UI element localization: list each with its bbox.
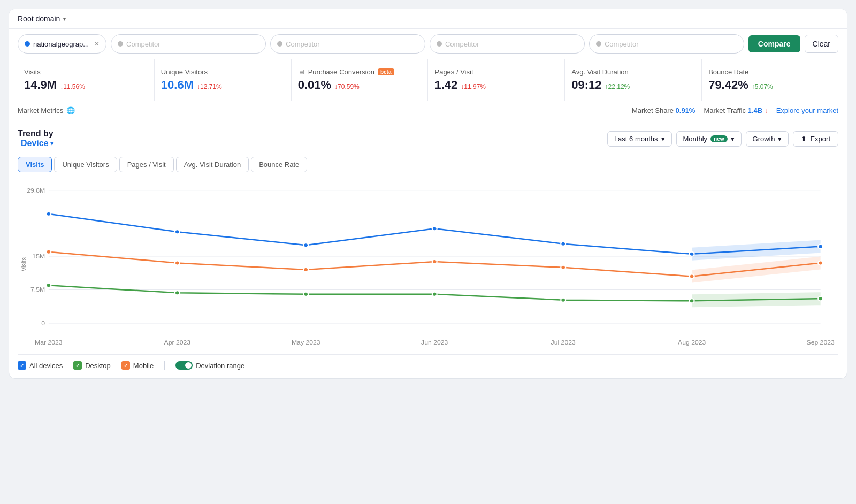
competitor-input-2[interactable]: Competitor <box>270 34 425 54</box>
mobile-label: Mobile <box>133 362 154 370</box>
chart-area: 07.5M15M29.8MMar 2023Apr 2023May 2023Jun… <box>18 179 838 350</box>
stat-label-1: Unique Visitors <box>161 68 285 76</box>
competitor-row: nationalgeograp... ✕ Competitor Competit… <box>9 29 847 59</box>
market-share-value: 0.91% <box>676 106 696 114</box>
competitor-input-4[interactable]: Competitor <box>589 34 744 54</box>
stat-change-4: ↑22.12% <box>605 83 630 90</box>
stat-value-2: 0.01%↓70.59% <box>298 78 422 92</box>
stat-label-4: Avg. Visit Duration <box>571 68 695 76</box>
svg-point-29 <box>432 292 437 296</box>
trend-title: Trend by Device ▾ <box>18 129 54 148</box>
svg-text:Apr 2023: Apr 2023 <box>164 339 191 346</box>
competitor-placeholder-4: Competitor <box>605 40 639 48</box>
trend-device-link[interactable]: Device ▾ <box>21 139 54 148</box>
stat-value-0: 14.9M↓11.56% <box>24 78 148 92</box>
dot-gray-4 <box>596 41 601 47</box>
domain-dot-blue <box>25 41 30 47</box>
domain-chip[interactable]: nationalgeograp... ✕ <box>18 34 106 54</box>
competitor-input-3[interactable]: Competitor <box>430 34 585 54</box>
export-button[interactable]: ⬆ Export <box>793 131 838 147</box>
chart-tab-4[interactable]: Bounce Rate <box>251 157 307 172</box>
traffic-down-icon: ↓ <box>765 107 768 114</box>
new-badge: new <box>710 135 727 142</box>
chart-tab-0[interactable]: Visits <box>18 157 52 172</box>
legend-divider <box>164 361 165 370</box>
stat-change-5: ↑5.07% <box>752 83 773 90</box>
legend-desktop: ✓ Desktop <box>73 361 111 370</box>
svg-point-32 <box>818 296 823 301</box>
svg-text:Jul 2023: Jul 2023 <box>551 339 576 346</box>
main-container: Root domain ▾ nationalgeograp... ✕ Compe… <box>9 9 847 379</box>
desktop-checkbox[interactable]: ✓ <box>73 361 82 370</box>
root-domain-button[interactable]: Root domain ▾ <box>18 14 66 23</box>
clear-button[interactable]: Clear <box>805 35 838 53</box>
dot-gray-1 <box>118 41 123 47</box>
mobile-checkbox[interactable]: ✓ <box>121 361 130 370</box>
svg-text:29.8M: 29.8M <box>27 187 45 193</box>
svg-point-27 <box>175 291 180 295</box>
monthly-dropdown[interactable]: Monthly new ▾ <box>676 131 742 147</box>
root-domain-label: Root domain <box>18 14 60 23</box>
stat-item-1: Unique Visitors10.6M↓12.71% <box>155 59 292 101</box>
market-metrics-row: Market Metrics 🌐 Market Share 0.91% Mark… <box>9 101 847 120</box>
stat-item-3: Pages / Visit1.42↓11.97% <box>428 59 565 101</box>
compare-button[interactable]: Compare <box>748 35 800 52</box>
growth-dropdown[interactable]: Growth ▾ <box>746 131 789 147</box>
chart-tabs: VisitsUnique VisitorsPages / VisitAvg. V… <box>18 157 838 172</box>
competitor-placeholder-2: Competitor <box>286 40 320 48</box>
svg-point-22 <box>432 226 437 231</box>
market-traffic: Market Traffic 1.4B ↓ <box>704 106 767 114</box>
chevron-growth-icon: ▾ <box>778 135 782 143</box>
time-range-dropdown[interactable]: Last 6 months ▾ <box>607 131 672 147</box>
chevron-time-icon: ▾ <box>661 135 665 143</box>
dot-gray-2 <box>277 41 282 47</box>
legend-all-devices: ✓ All devices <box>18 361 63 370</box>
svg-text:15M: 15M <box>32 253 45 259</box>
stat-item-2: 🖥 Purchase Conversion beta0.01%↓70.59% <box>292 59 429 101</box>
svg-point-30 <box>561 298 565 302</box>
svg-point-20 <box>175 230 180 234</box>
deviation-label: Deviation range <box>196 362 244 370</box>
trend-header: Trend by Device ▾ Last 6 months ▾ Monthl… <box>18 129 838 148</box>
dot-gray-3 <box>437 41 442 47</box>
beta-badge: beta <box>378 68 394 75</box>
svg-text:Mar 2023: Mar 2023 <box>35 339 63 346</box>
svg-point-38 <box>690 274 694 279</box>
svg-point-37 <box>561 265 565 270</box>
svg-point-26 <box>46 283 51 287</box>
stat-value-3: 1.42↓11.97% <box>434 78 558 92</box>
stat-value-5: 79.42%↑5.07% <box>708 78 832 92</box>
svg-text:Sep 2023: Sep 2023 <box>807 339 835 346</box>
all-devices-label: All devices <box>29 362 63 370</box>
legend-deviation: Deviation range <box>175 361 244 370</box>
svg-point-21 <box>303 243 308 247</box>
competitor-input-1[interactable]: Competitor <box>111 34 266 54</box>
stat-item-4: Avg. Visit Duration09:12↑22.12% <box>565 59 702 101</box>
chart-tab-1[interactable]: Unique Visitors <box>54 157 117 172</box>
legend-row: ✓ All devices ✓ Desktop ✓ Mobile <box>18 354 838 378</box>
chevron-down-trend-icon: ▾ <box>50 140 54 147</box>
svg-text:7.5M: 7.5M <box>30 286 45 293</box>
svg-point-39 <box>818 261 823 265</box>
svg-point-33 <box>46 250 51 254</box>
header-bar: Root domain ▾ <box>9 9 847 29</box>
close-icon[interactable]: ✕ <box>94 40 100 48</box>
svg-point-19 <box>46 212 51 216</box>
svg-point-36 <box>432 259 437 264</box>
desktop-label: Desktop <box>85 362 111 370</box>
chart-tab-3[interactable]: Avg. Visit Duration <box>176 157 249 172</box>
svg-point-34 <box>175 261 180 265</box>
market-metrics-label: Market Metrics 🌐 <box>18 106 75 114</box>
all-devices-checkbox[interactable]: ✓ <box>18 361 26 370</box>
deviation-toggle[interactable] <box>175 361 193 370</box>
stat-change-0: ↓11.56% <box>60 83 85 90</box>
stat-label-2: 🖥 Purchase Conversion beta <box>298 68 422 76</box>
legend-mobile: ✓ Mobile <box>121 361 154 370</box>
svg-point-23 <box>561 242 565 246</box>
svg-point-25 <box>818 245 823 249</box>
chart-tab-2[interactable]: Pages / Visit <box>119 157 174 172</box>
stat-change-3: ↓11.97% <box>461 83 486 90</box>
explore-market-link[interactable]: Explore your market <box>776 106 838 114</box>
svg-text:Aug 2023: Aug 2023 <box>678 339 706 346</box>
competitor-placeholder-3: Competitor <box>445 40 479 48</box>
